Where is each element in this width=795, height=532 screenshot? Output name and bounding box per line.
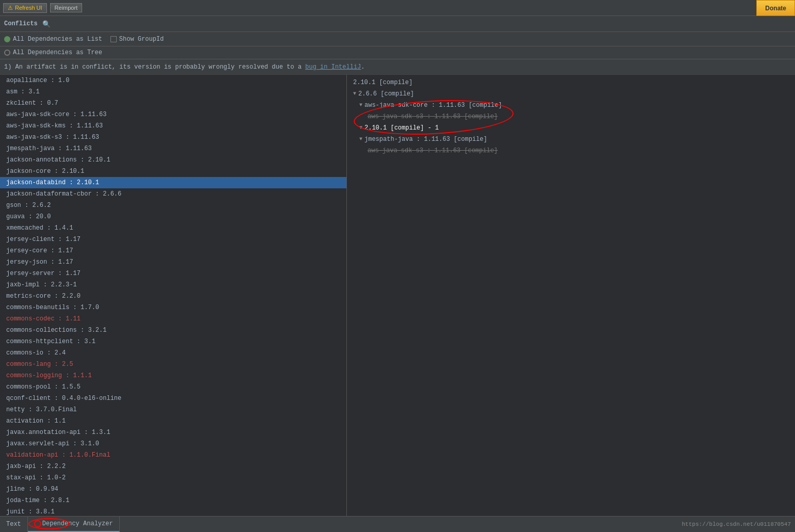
dep-item[interactable]: javax.annotation-api : 1.3.1 [0,427,346,438]
dep-item[interactable]: gson : 2.6.2 [0,200,346,211]
bug-link[interactable]: bug in IntelliJ [305,63,361,71]
dep-item[interactable]: jersey-json : 1.17 [0,256,346,268]
dep-item[interactable]: commons-logging : 1.1.1 [0,370,346,381]
dep-item[interactable]: aws-java-sdk-s3 : 1.11.63 [0,132,346,143]
donate-button[interactable]: Donate [756,0,795,16]
dep-item[interactable]: commons-httpclient : 3.1 [0,336,346,347]
dep-item[interactable]: javax.servlet-api : 3.1.0 [0,438,346,449]
dep-item[interactable]: jaxb-impl : 2.2.3-1 [0,279,346,291]
dep-item[interactable]: jmespath-java : 1.11.63 [0,143,346,154]
dep-item[interactable]: jline : 0.9.94 [0,483,346,495]
tab-dependency-analyzer[interactable]: Dependency Analyzer [28,517,120,532]
dep-item[interactable]: jersey-server : 1.17 [0,268,346,279]
options-row2: All Dependencies as Tree [0,46,795,59]
conflicts-title: Conflicts [4,20,38,27]
tree-item[interactable]: 2.10.1 [compile] [351,77,791,88]
left-panel: aopalliance : 1.0asm : 3.1zkclient : 0.7… [0,75,347,516]
section-header: Conflicts 🔍 [0,16,795,32]
dep-item[interactable]: commons-lang : 2.5 [0,359,346,370]
options-row: All Dependencies as List Show GroupId [0,32,795,46]
dep-item[interactable]: jersey-core : 1.17 [0,245,346,256]
dep-item[interactable]: xmemcached : 1.4.1 [0,222,346,234]
dep-item[interactable]: validation-api : 1.1.0.Final [0,449,346,461]
checkbox-groupid [110,36,117,42]
all-deps-list-option[interactable]: All Dependencies as List [4,36,102,43]
tree-item[interactable]: ▼ 2.6.6 [compile] [351,88,791,100]
dep-item[interactable]: joda-time : 2.8.1 [0,495,346,506]
dep-item[interactable]: jaxb-api : 2.2.2 [0,461,346,472]
info-text: 1) An artifact is in conflict, its versi… [4,63,301,71]
reimport-button[interactable]: Reimport [50,3,83,12]
status-bar: https://blog.csdn.net/u011870547 [678,516,795,532]
dep-item[interactable]: commons-codec : 1.11 [0,313,346,325]
dep-item[interactable]: netty : 3.7.0.Final [0,404,346,415]
tree-item[interactable]: ▼ jmespath-java : 1.11.63 [compile] [351,134,791,145]
dep-item[interactable]: aws-java-sdk-kms : 1.11.63 [0,120,346,132]
bottom-tabs: Text Dependency Analyzer https://blog.cs… [0,516,795,532]
dep-item[interactable]: jackson-core : 2.10.1 [0,166,346,177]
dep-item[interactable]: metrics-core : 2.2.0 [0,291,346,302]
dep-item[interactable]: activation : 1.1 [0,415,346,427]
dep-item[interactable]: commons-pool : 1.5.5 [0,381,346,393]
search-button[interactable]: 🔍 [42,19,51,28]
refresh-button[interactable]: Refresh UI [3,3,47,13]
show-groupid-option[interactable]: Show GroupId [110,36,164,43]
dep-item[interactable]: guava : 20.0 [0,211,346,222]
info-row: 1) An artifact is in conflict, its versi… [0,59,795,75]
radio-dot-active [4,36,10,42]
dep-item[interactable]: jackson-annotations : 2.10.1 [0,154,346,166]
dep-item[interactable]: jersey-client : 1.17 [0,234,346,245]
tree-item[interactable]: aws-java-sdk-s3 : 1.11.63 [compile] [351,145,791,156]
tree-item[interactable]: ▼ 2.10.1 [compile] - 1 [351,122,791,134]
dep-item[interactable]: zkclient : 0.7 [0,98,346,109]
dep-item[interactable]: aws-java-sdk-core : 1.11.63 [0,109,346,120]
tab-circle-icon [34,520,41,527]
toolbar: Refresh UI Reimport Donate [0,0,795,16]
dep-item[interactable]: jackson-dataformat-cbor : 2.6.6 [0,188,346,200]
dep-item[interactable]: jackson-databind : 2.10.1 [0,177,346,188]
tree-item[interactable]: aws-java-sdk-s3 : 1.11.63 [compile] [351,111,791,122]
dep-item[interactable]: stax-api : 1.0-2 [0,472,346,483]
dep-item[interactable]: commons-beanutils : 1.7.0 [0,302,346,313]
dep-item[interactable]: aopalliance : 1.0 [0,75,346,86]
dep-item[interactable]: junit : 3.8.1 [0,506,346,516]
radio-dot-empty [4,50,10,56]
all-deps-tree-option[interactable]: All Dependencies as Tree [4,49,102,56]
main-content: aopalliance : 1.0asm : 3.1zkclient : 0.7… [0,75,795,516]
tree-item[interactable]: ▼ aws-java-sdk-core : 1.11.63 [compile] [351,100,791,111]
dep-item[interactable]: qconf-client : 0.4.0-el6-online [0,393,346,404]
right-panel: 2.10.1 [compile]▼ 2.6.6 [compile]▼ aws-j… [347,75,795,516]
dep-item[interactable]: commons-collections : 3.2.1 [0,325,346,336]
dep-item[interactable]: commons-io : 2.4 [0,347,346,359]
info-end: . [361,63,364,71]
tab-text[interactable]: Text [0,517,28,532]
dep-item[interactable]: asm : 3.1 [0,86,346,98]
